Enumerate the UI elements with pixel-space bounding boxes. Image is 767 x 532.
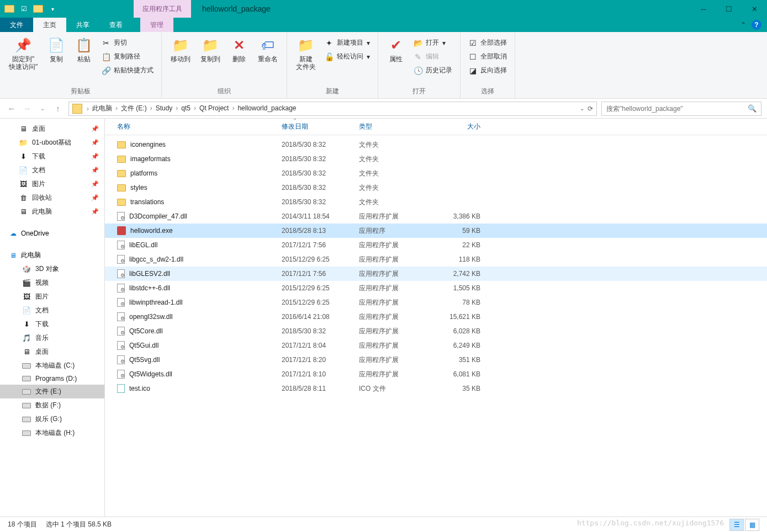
breadcrumb[interactable]: › 此电脑›文件 (E:)›Study›qt5›Qt Project›hello… <box>68 102 597 116</box>
sidebar-thispc-item[interactable]: 本地磁盘 (C:) <box>0 359 104 373</box>
col-size[interactable]: 大小 <box>431 122 486 131</box>
file-row[interactable]: libwinpthread-1.dll 2015/12/29 6:25 应用程序… <box>105 295 767 310</box>
breadcrumb-segment[interactable]: qt5 <box>179 104 193 112</box>
sidebar-thispc-item[interactable]: 娱乐 (G:) <box>0 412 104 426</box>
qat-checkbox[interactable]: ☑ <box>18 3 30 15</box>
refresh-icon[interactable]: ⟳ <box>588 105 593 113</box>
copy-path-button[interactable]: 📋复制路径 <box>98 50 157 63</box>
view-details-button[interactable]: ☰ <box>729 519 744 531</box>
invert-selection-button[interactable]: ◪反向选择 <box>465 64 510 77</box>
recent-dropdown[interactable]: ⌄ <box>36 103 49 115</box>
new-item-button[interactable]: ✦新建项目 ▾ <box>321 36 373 49</box>
file-row[interactable]: opengl32sw.dll 2016/6/14 21:08 应用程序扩展 15… <box>105 310 767 324</box>
minimize-button[interactable]: ─ <box>691 0 716 18</box>
file-row[interactable]: translations 2018/5/30 8:32 文件夹 <box>105 195 767 209</box>
file-row[interactable]: imageformats 2018/5/30 8:32 文件夹 <box>105 152 767 166</box>
sidebar-thispc-item[interactable]: 🎵音乐 <box>0 331 104 345</box>
up-button[interactable]: ↑ <box>52 103 64 115</box>
properties-button[interactable]: ✔属性 <box>383 34 409 65</box>
cut-button[interactable]: ✂剪切 <box>98 36 157 49</box>
sidebar-quick-item[interactable]: 🖥桌面📌 <box>0 122 104 136</box>
chevron-right-icon[interactable]: › <box>149 104 154 112</box>
col-name[interactable]: 名称 <box>105 122 276 131</box>
sidebar-thispc-item[interactable]: 🎲3D 对象 <box>0 262 104 276</box>
sidebar-quick-item[interactable]: 🗑回收站📌 <box>0 191 104 205</box>
sidebar-thispc[interactable]: 🖥此电脑 <box>0 248 104 262</box>
sidebar-thispc-item[interactable]: Programs (D:) <box>0 373 104 385</box>
paste-shortcut-button[interactable]: 🔗粘贴快捷方式 <box>98 64 157 77</box>
breadcrumb-segment[interactable]: Study <box>154 104 175 112</box>
file-row[interactable]: libGLESV2.dll 2017/12/1 7:56 应用程序扩展 2,74… <box>105 267 767 281</box>
sidebar-thispc-item[interactable]: 🎬视频 <box>0 276 104 290</box>
sidebar-onedrive[interactable]: ☁OneDrive <box>0 227 104 240</box>
file-row[interactable]: libEGL.dll 2017/12/1 7:56 应用程序扩展 22 KB <box>105 238 767 252</box>
breadcrumb-segment[interactable]: 文件 (E:) <box>119 104 149 112</box>
file-list-pane[interactable]: 名称 ⌃ 修改日期 类型 大小 iconengines 2018/5/30 8:… <box>105 119 767 517</box>
file-row[interactable]: libstdc++-6.dll 2015/12/29 6:25 应用程序扩展 1… <box>105 281 767 295</box>
file-row[interactable]: Qt5Svg.dll 2017/12/1 8:20 应用程序扩展 351 KB <box>105 353 767 367</box>
back-button[interactable]: ← <box>6 103 18 115</box>
column-headers[interactable]: 名称 ⌃ 修改日期 类型 大小 <box>105 119 767 135</box>
file-row[interactable]: Qt5Core.dll 2018/5/30 8:32 应用程序扩展 6,028 … <box>105 324 767 338</box>
new-folder-button[interactable]: 📁新建 文件夹 <box>292 34 320 73</box>
collapse-ribbon-icon[interactable]: ⌃ <box>740 21 746 29</box>
tab-home[interactable]: 主页 <box>33 18 66 32</box>
col-date[interactable]: 修改日期 <box>276 122 353 131</box>
breadcrumb-segment[interactable]: Qt Project <box>197 104 231 112</box>
history-button[interactable]: 🕓历史记录 <box>410 64 456 77</box>
file-row[interactable]: helloworld.exe 2018/5/28 8:13 应用程序 59 KB <box>105 224 767 238</box>
sidebar-quick-item[interactable]: 🖼图片📌 <box>0 177 104 191</box>
help-icon[interactable]: ? <box>752 20 761 30</box>
qat-dropdown[interactable]: ▾ <box>46 3 59 15</box>
chevron-down-icon[interactable]: ⌄ <box>580 105 584 111</box>
tab-manage[interactable]: 管理 <box>140 18 173 32</box>
chevron-right-icon[interactable]: › <box>193 104 197 112</box>
rename-button[interactable]: 🏷重命名 <box>253 34 282 65</box>
sidebar-thispc-item[interactable]: 本地磁盘 (H:) <box>0 426 104 440</box>
move-to-button[interactable]: 📁移动到 <box>166 34 195 65</box>
sidebar-thispc-item[interactable]: 数据 (F:) <box>0 398 104 412</box>
maximize-button[interactable]: ☐ <box>716 0 742 18</box>
file-row[interactable]: Qt5Widgets.dll 2017/12/1 8:10 应用程序扩展 6,0… <box>105 367 767 381</box>
select-all-button[interactable]: ☑全部选择 <box>465 36 510 49</box>
sidebar-thispc-item[interactable]: 🖥桌面 <box>0 345 104 359</box>
breadcrumb-segment[interactable]: 此电脑 <box>90 104 114 112</box>
folder-icon[interactable] <box>32 3 44 15</box>
easy-access-button[interactable]: 🔓轻松访问 ▾ <box>321 50 373 63</box>
sidebar-thispc-item[interactable]: 文件 (E:) <box>0 385 104 398</box>
chevron-right-icon[interactable]: › <box>86 105 90 113</box>
folder-icon[interactable] <box>3 3 15 15</box>
file-row[interactable]: styles 2018/5/30 8:32 文件夹 <box>105 180 767 195</box>
open-button[interactable]: 📂打开 ▾ <box>410 36 456 49</box>
col-type[interactable]: 类型 <box>353 122 431 131</box>
copy-to-button[interactable]: 📁复制到 <box>196 34 225 65</box>
select-none-button[interactable]: ☐全部取消 <box>465 50 510 63</box>
sidebar-thispc-item[interactable]: 🖼图片 <box>0 290 104 304</box>
file-row[interactable]: platforms 2018/5/30 8:32 文件夹 <box>105 166 767 180</box>
file-row[interactable]: iconengines 2018/5/30 8:32 文件夹 <box>105 137 767 152</box>
chevron-right-icon[interactable]: › <box>114 104 119 112</box>
close-button[interactable]: ✕ <box>742 0 767 18</box>
tab-share[interactable]: 共享 <box>66 18 99 32</box>
sidebar-quick-item[interactable]: 📁01-uboot基础📌 <box>0 136 104 150</box>
sidebar-quick-item[interactable]: 📄文档📌 <box>0 163 104 177</box>
contextual-tab-app-tools[interactable]: 应用程序工具 <box>134 0 191 18</box>
search-input[interactable] <box>606 105 748 113</box>
navigation-pane[interactable]: 🖥桌面📌📁01-uboot基础📌⬇下载📌📄文档📌🖼图片📌🗑回收站📌🖥此电脑📌 ☁… <box>0 119 105 517</box>
file-row[interactable]: libgcc_s_dw2-1.dll 2015/12/29 6:25 应用程序扩… <box>105 252 767 267</box>
sidebar-thispc-item[interactable]: ⬇下载 <box>0 317 104 331</box>
pin-to-quick-access-button[interactable]: 📌固定到" 快速访问" <box>4 34 42 73</box>
breadcrumb-segment[interactable]: helloworld_package <box>235 104 298 112</box>
file-row[interactable]: test.ico 2018/5/28 8:11 ICO 文件 35 KB <box>105 381 767 396</box>
search-icon[interactable]: 🔍 <box>748 104 757 113</box>
delete-button[interactable]: ✕删除 <box>226 34 252 65</box>
sidebar-quick-item[interactable]: ⬇下载📌 <box>0 150 104 163</box>
forward-button[interactable]: → <box>21 103 33 115</box>
copy-button[interactable]: 📄复制 <box>43 34 70 65</box>
sidebar-thispc-item[interactable]: 📄文档 <box>0 304 104 317</box>
tab-view[interactable]: 查看 <box>99 18 133 32</box>
tab-file[interactable]: 文件 <box>0 18 33 32</box>
file-row[interactable]: Qt5Gui.dll 2017/12/1 8:04 应用程序扩展 6,249 K… <box>105 338 767 353</box>
sidebar-quick-item[interactable]: 🖥此电脑📌 <box>0 205 104 219</box>
view-thumbnails-button[interactable]: ▦ <box>745 519 759 531</box>
